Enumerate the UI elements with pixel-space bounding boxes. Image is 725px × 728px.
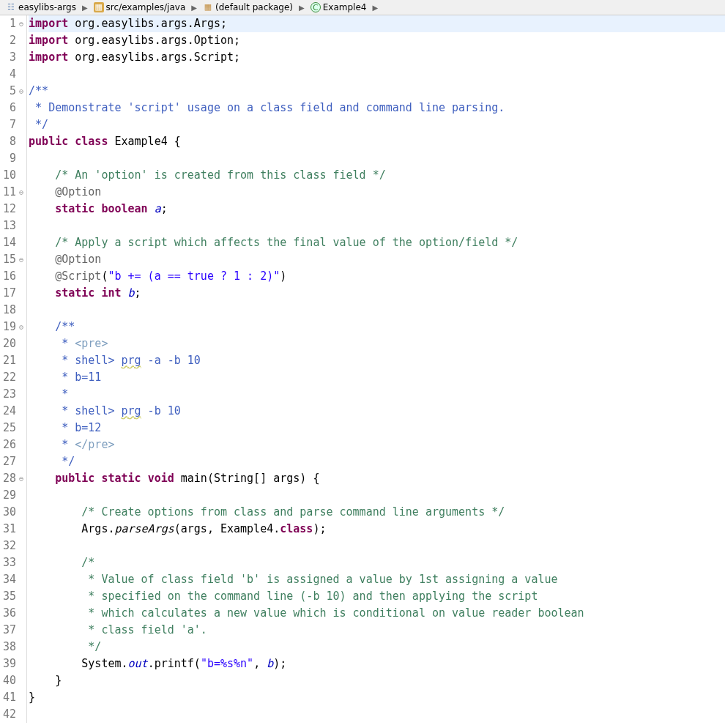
line-number: 8 [3,133,25,150]
code-line[interactable]: * shell> prg -b 10 [29,403,725,420]
line-number: 31 [3,521,25,538]
breadcrumb-item-package[interactable]: ▦ (default package) [200,1,296,13]
line-number: 5⊖ [3,83,25,100]
code-line[interactable]: @Option [29,251,725,268]
line-number: 39 [3,655,25,672]
fold-toggle-icon[interactable]: ⊖ [18,251,23,268]
code-line[interactable]: System.out.printf("b=%s%n", b); [29,655,725,672]
code-line[interactable] [29,218,725,234]
fold-toggle-icon[interactable]: ⊖ [18,319,23,335]
line-number: 33 [3,554,25,571]
code-line[interactable]: /* Create options from class and parse c… [29,504,725,521]
fold-toggle-icon[interactable]: ⊖ [18,15,23,32]
line-number: 28⊖ [3,470,25,487]
line-number-gutter: 1⊖2345⊖67891011⊖12131415⊖16171819⊖202122… [0,15,27,723]
code-line[interactable]: * </pre> [29,437,725,453]
line-number: 32 [3,538,25,554]
line-number: 30 [3,504,25,521]
code-line[interactable]: */ [29,453,725,470]
code-line[interactable]: * b=11 [29,369,725,386]
line-number: 1⊖ [3,15,25,32]
code-line[interactable]: * shell> prg -a -b 10 [29,352,725,369]
code-line[interactable]: /** [29,83,725,100]
code-line[interactable]: */ [29,639,725,655]
source-folder-icon: ▦ [94,2,104,12]
line-number: 41 [3,689,25,706]
code-line[interactable]: Args.parseArgs(args, Example4.class); [29,521,725,538]
fold-toggle-icon[interactable]: ⊖ [18,470,23,487]
line-number: 35 [3,588,25,605]
code-line[interactable]: @Script("b += (a == true ? 1 : 2)") [29,268,725,285]
fold-toggle-icon[interactable]: ⊖ [18,184,23,201]
breadcrumb-label: Example4 [323,2,367,12]
code-line[interactable]: @Option [29,184,725,201]
line-number: 34 [3,571,25,588]
line-number: 3 [3,49,25,66]
line-number: 18 [3,302,25,319]
code-editor[interactable]: 1⊖2345⊖67891011⊖12131415⊖16171819⊖202122… [0,15,725,723]
chevron-right-icon: ▶ [299,4,305,12]
code-line[interactable]: /* [29,554,725,571]
chevron-right-icon: ▶ [82,4,88,12]
code-line[interactable]: static int b; [29,285,725,302]
code-line[interactable]: /** [29,319,725,335]
line-number: 42 [3,706,25,723]
code-line[interactable]: * class field 'a'. [29,622,725,639]
code-line[interactable]: * which calculates a new value which is … [29,605,725,622]
class-icon: C [311,2,321,12]
breadcrumb: ☷ easylibs-args ▶ ▦ src/examples/java ▶ … [0,0,725,15]
line-number: 38 [3,639,25,655]
line-number: 22 [3,369,25,386]
breadcrumb-label: src/examples/java [106,2,186,12]
line-number: 12 [3,201,25,218]
line-number: 13 [3,218,25,234]
code-line[interactable]: public static void main(String[] args) { [29,470,725,487]
code-line[interactable]: * Value of class field 'b' is assigned a… [29,571,725,588]
code-line[interactable]: */ [29,116,725,133]
line-number: 20 [3,335,25,352]
code-line[interactable]: * b=12 [29,420,725,437]
code-line[interactable] [29,302,725,319]
code-area[interactable]: import org.easylibs.args.Args;import org… [27,15,725,723]
package-icon: ▦ [203,2,213,12]
line-number: 29 [3,487,25,504]
chevron-right-icon: ▶ [372,4,378,12]
line-number: 9 [3,150,25,167]
code-line[interactable]: /* An 'option' is created from this clas… [29,167,725,184]
code-line[interactable] [29,150,725,167]
line-number: 27 [3,453,25,470]
line-number: 4 [3,66,25,83]
code-line[interactable] [29,538,725,554]
code-line[interactable]: * Demonstrate 'script' usage on a class … [29,100,725,116]
code-line[interactable]: * [29,386,725,403]
code-line[interactable]: import org.easylibs.args.Args; [29,15,725,32]
code-line[interactable]: static boolean a; [29,201,725,218]
code-line[interactable] [29,66,725,83]
line-number: 15⊖ [3,251,25,268]
code-line[interactable]: /* Apply a script which affects the fina… [29,234,725,251]
line-number: 11⊖ [3,184,25,201]
fold-toggle-icon[interactable]: ⊖ [18,83,23,100]
line-number: 21 [3,352,25,369]
line-number: 40 [3,672,25,689]
line-number: 25 [3,420,25,437]
breadcrumb-item-project[interactable]: ☷ easylibs-args [3,1,79,13]
line-number: 16 [3,268,25,285]
code-line[interactable]: } [29,672,725,689]
breadcrumb-item-class[interactable]: C Example4 [308,1,370,13]
code-line[interactable]: * <pre> [29,335,725,352]
line-number: 36 [3,605,25,622]
code-line[interactable] [29,487,725,504]
code-line[interactable]: import org.easylibs.args.Option; [29,32,725,49]
line-number: 2 [3,32,25,49]
breadcrumb-label: easylibs-args [18,2,76,12]
code-line[interactable]: public class Example4 { [29,133,725,150]
breadcrumb-item-folder[interactable]: ▦ src/examples/java [91,1,189,13]
code-line[interactable]: * specified on the command line (-b 10) … [29,588,725,605]
code-line[interactable] [29,706,725,723]
code-line[interactable]: import org.easylibs.args.Script; [29,49,725,66]
line-number: 14 [3,234,25,251]
code-line[interactable]: } [29,689,725,706]
line-number: 19⊖ [3,319,25,335]
line-number: 6 [3,100,25,116]
